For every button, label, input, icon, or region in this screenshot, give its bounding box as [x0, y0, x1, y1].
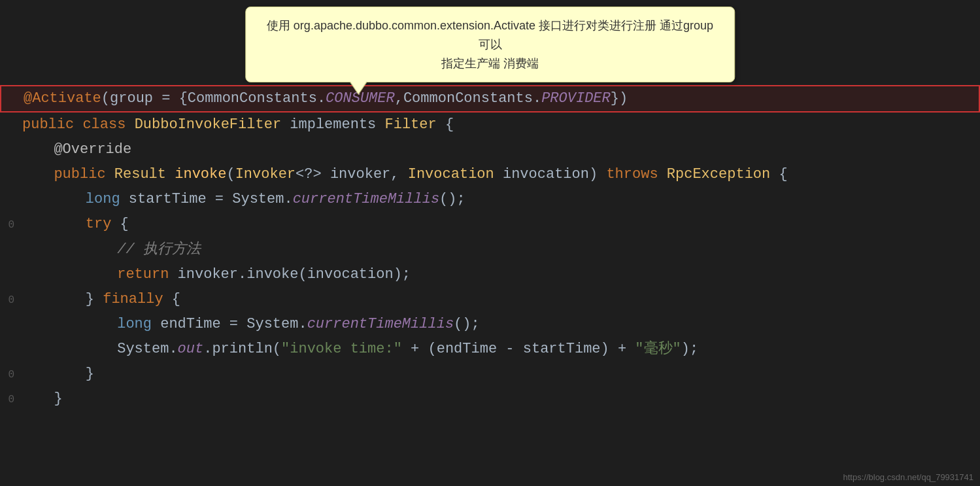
line-content: long startTime = System.currentTimeMilli…: [18, 188, 465, 211]
line-content: @Activate(group = {CommonConstants.CONSU…: [20, 88, 628, 110]
code-line-starttime: long startTime = System.currentTimeMilli…: [0, 187, 980, 212]
code-line-finally: 0 } finally {: [0, 287, 980, 312]
line-content: } finally {: [18, 288, 180, 311]
line-gutter: 0: [0, 292, 18, 309]
line-gutter: 0: [0, 217, 18, 234]
code-line-close-method: 0 }: [0, 387, 980, 411]
code-line-println: System.out.println("invoke time:" + (end…: [0, 337, 980, 362]
line-content: public class DubboInvokeFilter implement…: [18, 114, 454, 136]
tooltip-bubble: 使用 org.apache.dubbo.common.extension.Act…: [245, 7, 735, 82]
code-line-activate: @Activate(group = {CommonConstants.CONSU…: [0, 85, 980, 113]
line-content: System.out.println("invoke time:" + (end…: [18, 338, 698, 360]
code-line-endtime: long endTime = System.currentTimeMillis(…: [0, 312, 980, 337]
line-content: try {: [18, 213, 129, 235]
code-line-comment: // 执行方法: [0, 237, 980, 262]
line-content: public Result invoke(Invoker<?> invoker,…: [18, 164, 788, 186]
code-area: @Activate(group = {CommonConstants.CONSU…: [0, 85, 980, 411]
code-line-close-finally: 0 }: [0, 362, 980, 387]
code-line-class: public class DubboInvokeFilter implement…: [0, 113, 980, 137]
tooltip-line2: 指定生产端 消费端: [441, 57, 539, 70]
line-content: long endTime = System.currentTimeMillis(…: [18, 313, 480, 336]
code-line-try: 0 try {: [0, 212, 980, 237]
line-content: @Override: [18, 139, 131, 161]
line-content: return invoker.invoke(invocation);: [18, 264, 411, 286]
line-content: // 执行方法: [18, 239, 201, 261]
watermark: https://blog.csdn.net/qq_79931741: [843, 472, 974, 482]
code-line-override: @Override: [0, 137, 980, 162]
tooltip-line1: 使用 org.apache.dubbo.common.extension.Act…: [267, 19, 713, 51]
code-line-invoke-method: public Result invoke(Invoker<?> invoker,…: [0, 162, 980, 187]
line-gutter: 0: [0, 392, 18, 408]
code-line-return: return invoker.invoke(invocation);: [0, 262, 980, 287]
line-gutter: 0: [0, 367, 18, 383]
line-content: }: [18, 363, 94, 385]
line-content: }: [18, 388, 63, 410]
